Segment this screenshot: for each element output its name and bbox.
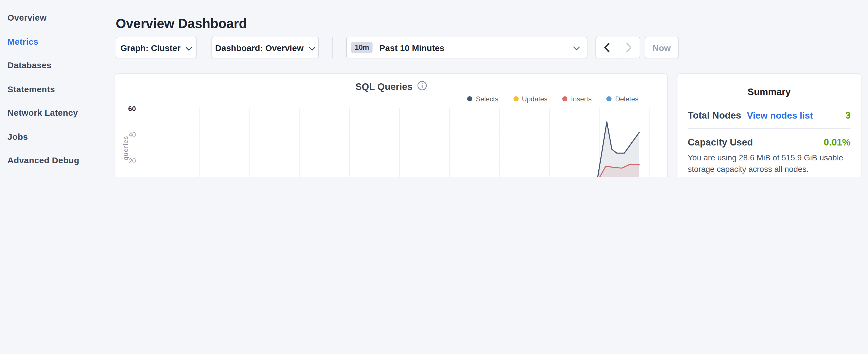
sidebar-item-jobs[interactable]: Jobs bbox=[0, 125, 115, 148]
view-nodes-list-link[interactable]: View nodes list bbox=[747, 110, 813, 121]
legend-label: Selects bbox=[476, 95, 498, 103]
svg-text:queries: queries bbox=[122, 135, 129, 160]
legend-item: Updates bbox=[513, 95, 547, 103]
sidebar-item-network-latency[interactable]: Network Latency bbox=[0, 101, 115, 125]
sidebar-item-statements[interactable]: Statements bbox=[0, 77, 115, 101]
time-range-badge: 10m bbox=[351, 42, 373, 53]
sidebar-nav: OverviewMetricsDatabasesStatementsNetwor… bbox=[0, 0, 115, 177]
summary-row-description: You are using 28.6 MiB of 515.9 GiB usab… bbox=[688, 152, 850, 175]
legend-label: Updates bbox=[522, 95, 547, 103]
sidebar-item-advanced-debug[interactable]: Advanced Debug bbox=[0, 148, 115, 172]
legend-dot-icon bbox=[562, 96, 568, 101]
legend-label: Deletes bbox=[615, 95, 639, 103]
svg-text:60: 60 bbox=[128, 105, 136, 112]
legend-dot-icon bbox=[607, 96, 612, 101]
chart-plot-area[interactable]: 020406016:3816:3916:4016:4116:4216:4316:… bbox=[115, 103, 668, 177]
main-content: Overview Dashboard Graph: Cluster Dashbo… bbox=[115, 0, 668, 177]
legend-item: Inserts bbox=[562, 95, 592, 103]
info-icon[interactable] bbox=[417, 81, 427, 93]
now-button-label: Now bbox=[652, 43, 671, 53]
time-range-dropdown[interactable]: 10m Past 10 Minutes bbox=[346, 37, 587, 58]
summary-row-value: 0.01% bbox=[824, 137, 850, 148]
legend-item: Deletes bbox=[607, 95, 639, 103]
summary-row-value: 3 bbox=[845, 110, 850, 121]
summary-row-label: Total Nodes bbox=[688, 110, 741, 121]
sidebar-item-metrics[interactable]: Metrics bbox=[0, 30, 115, 53]
summary-panel: Summary Total NodesView nodes list3Capac… bbox=[677, 73, 861, 177]
sidebar-item-databases[interactable]: Databases bbox=[0, 53, 115, 77]
legend-dot-icon bbox=[467, 96, 472, 101]
toolbar-divider bbox=[333, 37, 333, 58]
time-back-button[interactable] bbox=[596, 37, 618, 58]
summary-row: Capacity Used0.01%You are using 28.6 MiB… bbox=[688, 129, 850, 177]
chart-title: SQL Queries bbox=[355, 81, 412, 92]
admin-ui-root: OverviewMetricsDatabasesStatementsNetwor… bbox=[0, 0, 868, 177]
summary-rows: Total NodesView nodes list3Capacity Used… bbox=[688, 102, 850, 177]
legend-label: Inserts bbox=[571, 95, 592, 103]
chevron-down-icon bbox=[573, 43, 580, 53]
time-forward-button[interactable] bbox=[618, 37, 640, 58]
graph-select-dropdown[interactable]: Graph: Cluster bbox=[116, 37, 196, 58]
svg-text:40: 40 bbox=[128, 131, 136, 139]
time-range-label: Past 10 Minutes bbox=[379, 43, 573, 53]
now-button[interactable]: Now bbox=[645, 37, 679, 58]
svg-text:20: 20 bbox=[128, 157, 136, 165]
dashboard-select-dropdown[interactable]: Dashboard: Overview bbox=[212, 37, 319, 58]
legend-dot-icon bbox=[513, 96, 518, 101]
summary-title: Summary bbox=[688, 87, 850, 97]
chevron-down-icon bbox=[309, 43, 315, 53]
sidebar-item-overview[interactable]: Overview bbox=[0, 6, 115, 30]
summary-row: Total NodesView nodes list3 bbox=[688, 102, 850, 129]
legend-item: Selects bbox=[467, 95, 498, 103]
dashboard-select-label: Dashboard: Overview bbox=[215, 43, 304, 53]
chevron-down-icon bbox=[186, 43, 192, 53]
chart-legend: SelectsUpdatesInsertsDeletes bbox=[115, 95, 639, 103]
graph-select-label: Graph: Cluster bbox=[120, 43, 181, 53]
summary-row-label: Capacity Used bbox=[688, 137, 753, 148]
page-title: Overview Dashboard bbox=[116, 16, 247, 32]
sql-queries-chart-card: SQL QueriesSelectsUpdatesInsertsDeletes0… bbox=[115, 73, 668, 177]
time-step-buttons bbox=[595, 37, 640, 58]
